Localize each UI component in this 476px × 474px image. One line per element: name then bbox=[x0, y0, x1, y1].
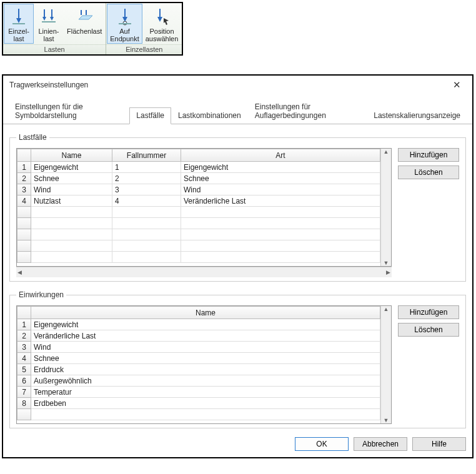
ribbon-group-einzellasten: Auf Endpunkt Position auswählen Einzella… bbox=[106, 3, 182, 54]
dialog-title: Tragwerkseinstellungen bbox=[9, 81, 88, 89]
close-button[interactable]: ✕ bbox=[447, 79, 466, 91]
table-row[interactable]: 7Temperatur bbox=[17, 387, 380, 398]
table-row[interactable] bbox=[17, 207, 380, 218]
einwirkungen-grid[interactable]: Name 1Eigengewicht2Veränderliche Last3Wi… bbox=[16, 305, 392, 424]
add-button[interactable]: Hinzufügen bbox=[398, 148, 459, 162]
column-header[interactable]: Name bbox=[31, 307, 380, 319]
point-load-icon bbox=[9, 6, 29, 26]
endpoint-load-icon bbox=[115, 6, 135, 26]
titlebar: Tragwerkseinstellungen ✕ bbox=[3, 76, 472, 94]
svg-marker-4 bbox=[42, 17, 46, 21]
add-button[interactable]: Hinzufügen bbox=[398, 305, 459, 319]
line-load-icon bbox=[39, 6, 59, 26]
select-position-icon bbox=[152, 6, 172, 26]
table-row[interactable]: 5Erddruck bbox=[17, 364, 380, 375]
table-row[interactable]: 4Nutzlast4Veränderliche Last bbox=[17, 195, 380, 207]
ribbon: Einzel- last Linien- last Flächenlast La… bbox=[2, 2, 183, 56]
table-row[interactable]: 8Erdbeben bbox=[17, 398, 380, 409]
table-row[interactable]: 1Eigengewicht bbox=[17, 319, 380, 330]
panel-legend: Lastfälle bbox=[16, 133, 49, 142]
table-row[interactable]: 2Schnee2Schnee bbox=[17, 173, 380, 184]
delete-button[interactable]: Löschen bbox=[398, 165, 459, 179]
table-row[interactable]: 3Wind bbox=[17, 342, 380, 353]
help-button[interactable]: Hilfe bbox=[412, 437, 466, 451]
table-row[interactable]: 2Veränderliche Last bbox=[17, 330, 380, 342]
table-row[interactable]: 3Wind3Wind bbox=[17, 184, 380, 195]
tab-2[interactable]: Lastkombinationen bbox=[171, 107, 248, 124]
column-header[interactable] bbox=[17, 149, 31, 162]
table-row[interactable]: 1Eigengewicht1Eigengewicht bbox=[17, 162, 380, 173]
ribbon-group-label: Einzellasten bbox=[106, 44, 182, 54]
column-header[interactable] bbox=[17, 307, 31, 319]
tab-3[interactable]: Einstellungen für Auflagerbedingungen bbox=[248, 99, 367, 124]
vertical-scrollbar[interactable] bbox=[380, 149, 391, 266]
lastfaelle-grid[interactable]: NameFallnummerArt 1Eigengewicht1Eigengew… bbox=[16, 148, 392, 267]
tab-0[interactable]: Einstellungen für die Symboldarstellung bbox=[8, 99, 129, 124]
tabs-row: Einstellungen für die SymboldarstellungL… bbox=[3, 98, 472, 124]
lastfaelle-panel: Lastfälle NameFallnummerArt 1Eigengewich… bbox=[9, 133, 466, 282]
svg-marker-16 bbox=[157, 17, 162, 22]
table-row[interactable] bbox=[17, 252, 380, 263]
ribbon-position-auswaehlen[interactable]: Position auswählen bbox=[142, 4, 182, 44]
ribbon-group-label: Lasten bbox=[3, 44, 106, 54]
svg-marker-1 bbox=[16, 18, 21, 23]
area-load-icon bbox=[74, 6, 94, 26]
tab-4[interactable]: Lastenskalierungsanzeige bbox=[367, 107, 467, 124]
table-row[interactable] bbox=[17, 218, 380, 229]
svg-marker-6 bbox=[50, 17, 54, 21]
column-header[interactable]: Fallnummer bbox=[112, 149, 181, 162]
ribbon-auf-endpunkt[interactable]: Auf Endpunkt bbox=[107, 4, 142, 44]
column-header[interactable]: Name bbox=[31, 149, 112, 162]
table-row[interactable] bbox=[17, 409, 380, 420]
column-header[interactable]: Art bbox=[181, 149, 380, 162]
cancel-button[interactable]: Abbrechen bbox=[354, 437, 407, 451]
svg-marker-17 bbox=[164, 18, 169, 25]
horizontal-scrollbar[interactable]: ◀▶ bbox=[16, 267, 392, 277]
ribbon-linienlast[interactable]: Linien- last bbox=[34, 4, 64, 44]
settings-dialog: Tragwerkseinstellungen ✕ Einstellungen f… bbox=[2, 74, 474, 458]
table-row[interactable] bbox=[17, 229, 380, 240]
tab-1[interactable]: Lastfälle bbox=[129, 107, 171, 124]
table-row[interactable] bbox=[17, 240, 380, 252]
ok-button[interactable]: OK bbox=[295, 437, 349, 451]
vertical-scrollbar[interactable] bbox=[380, 306, 391, 423]
table-row[interactable]: 4Schnee bbox=[17, 353, 380, 364]
panel-legend: Einwirkungen bbox=[16, 290, 66, 299]
ribbon-flaechenlast[interactable]: Flächenlast bbox=[64, 4, 105, 44]
ribbon-einzellast[interactable]: Einzel- last bbox=[4, 4, 34, 44]
table-row[interactable]: 6Außergewöhnlich bbox=[17, 375, 380, 387]
svg-marker-8 bbox=[79, 16, 92, 19]
einwirkungen-panel: Einwirkungen Name 1Eigengewicht2Veränder… bbox=[9, 290, 466, 428]
ribbon-group-lasten: Einzel- last Linien- last Flächenlast La… bbox=[3, 3, 106, 54]
dialog-footer: OK Abbrechen Hilfe bbox=[3, 432, 472, 457]
delete-button[interactable]: Löschen bbox=[398, 323, 459, 337]
